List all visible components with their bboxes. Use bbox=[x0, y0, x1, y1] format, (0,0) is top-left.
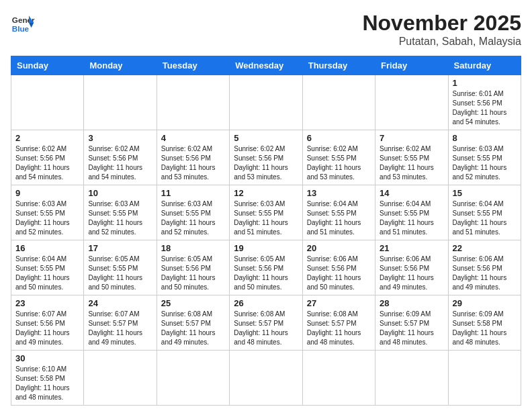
day-number: 18 bbox=[161, 243, 225, 253]
sunrise-text: Sunrise: 6:02 AM bbox=[380, 145, 431, 152]
calendar-cell: 26Sunrise: 6:08 AMSunset: 5:57 PMDayligh… bbox=[230, 295, 302, 351]
calendar-cell: 17Sunrise: 6:05 AMSunset: 5:55 PMDayligh… bbox=[84, 240, 157, 295]
sunrise-text: Sunrise: 6:02 AM bbox=[15, 145, 66, 152]
day-number: 2 bbox=[15, 133, 79, 143]
svg-marker-3 bbox=[29, 23, 34, 28]
sunset-text: Sunset: 5:55 PM bbox=[161, 210, 211, 217]
title-block: November 2025 Putatan, Sabah, Malaysia bbox=[362, 11, 521, 48]
day-number: 19 bbox=[234, 243, 298, 253]
day-info: Sunrise: 6:06 AMSunset: 5:56 PMDaylight:… bbox=[380, 255, 443, 292]
calendar-cell bbox=[157, 75, 229, 130]
day-info: Sunrise: 6:08 AMSunset: 5:57 PMDaylight:… bbox=[234, 310, 298, 347]
calendar-cell: 11Sunrise: 6:03 AMSunset: 5:55 PMDayligh… bbox=[157, 185, 229, 240]
daylight-text: Daylight: 11 hours and 49 minutes. bbox=[15, 329, 70, 346]
sunrise-text: Sunrise: 6:03 AM bbox=[88, 200, 139, 208]
daylight-text: Daylight: 11 hours and 48 minutes. bbox=[15, 384, 70, 401]
sunset-text: Sunset: 5:56 PM bbox=[453, 99, 502, 107]
sunset-text: Sunset: 5:55 PM bbox=[453, 154, 502, 162]
day-info: Sunrise: 6:05 AMSunset: 5:56 PMDaylight:… bbox=[234, 255, 298, 292]
location: Putatan, Sabah, Malaysia bbox=[362, 36, 521, 48]
sunset-text: Sunset: 5:56 PM bbox=[234, 265, 283, 272]
daylight-text: Daylight: 11 hours and 50 minutes. bbox=[15, 274, 70, 291]
sunset-text: Sunset: 5:57 PM bbox=[307, 320, 357, 327]
calendar-body: 1Sunrise: 6:01 AMSunset: 5:56 PMDaylight… bbox=[11, 75, 521, 406]
day-info: Sunrise: 6:04 AMSunset: 5:55 PMDaylight:… bbox=[380, 199, 443, 237]
day-info: Sunrise: 6:08 AMSunset: 5:57 PMDaylight:… bbox=[307, 310, 371, 347]
calendar-cell: 5Sunrise: 6:02 AMSunset: 5:56 PMDaylight… bbox=[230, 130, 302, 185]
daylight-text: Daylight: 11 hours and 52 minutes. bbox=[161, 219, 216, 236]
day-info: Sunrise: 6:09 AMSunset: 5:58 PMDaylight:… bbox=[453, 310, 517, 347]
day-number: 15 bbox=[453, 188, 517, 198]
sunrise-text: Sunrise: 6:03 AM bbox=[15, 200, 66, 208]
daylight-text: Daylight: 11 hours and 53 minutes. bbox=[234, 164, 288, 181]
day-info: Sunrise: 6:02 AMSunset: 5:56 PMDaylight:… bbox=[234, 144, 298, 182]
sunset-text: Sunset: 5:55 PM bbox=[15, 210, 65, 217]
sunset-text: Sunset: 5:56 PM bbox=[88, 154, 138, 162]
day-number: 8 bbox=[453, 133, 517, 143]
day-info: Sunrise: 6:03 AMSunset: 5:55 PMDaylight:… bbox=[15, 199, 79, 237]
daylight-text: Daylight: 11 hours and 53 minutes. bbox=[307, 164, 361, 181]
sunrise-text: Sunrise: 6:08 AM bbox=[234, 310, 285, 318]
col-header-monday: Monday bbox=[84, 56, 157, 75]
day-info: Sunrise: 6:04 AMSunset: 5:55 PMDaylight:… bbox=[15, 255, 79, 292]
day-info: Sunrise: 6:01 AMSunset: 5:56 PMDaylight:… bbox=[453, 89, 517, 127]
calendar-cell: 16Sunrise: 6:04 AMSunset: 5:55 PMDayligh… bbox=[11, 240, 84, 295]
daylight-text: Daylight: 11 hours and 51 minutes. bbox=[453, 219, 507, 236]
day-info: Sunrise: 6:04 AMSunset: 5:55 PMDaylight:… bbox=[307, 199, 371, 237]
sunrise-text: Sunrise: 6:01 AM bbox=[453, 90, 504, 97]
day-number: 14 bbox=[380, 188, 443, 198]
calendar-week-4: 23Sunrise: 6:07 AMSunset: 5:56 PMDayligh… bbox=[11, 295, 521, 351]
calendar-cell: 1Sunrise: 6:01 AMSunset: 5:56 PMDaylight… bbox=[448, 75, 521, 130]
sunrise-text: Sunrise: 6:04 AM bbox=[380, 200, 431, 208]
sunset-text: Sunset: 5:56 PM bbox=[307, 265, 357, 272]
calendar-cell: 27Sunrise: 6:08 AMSunset: 5:57 PMDayligh… bbox=[302, 295, 375, 351]
day-number: 1 bbox=[453, 78, 517, 88]
sunset-text: Sunset: 5:55 PM bbox=[88, 210, 138, 217]
daylight-text: Daylight: 11 hours and 50 minutes. bbox=[234, 274, 288, 291]
sunrise-text: Sunrise: 6:08 AM bbox=[307, 310, 358, 318]
day-number: 17 bbox=[88, 243, 152, 253]
sunset-text: Sunset: 5:56 PM bbox=[161, 265, 211, 272]
day-info: Sunrise: 6:02 AMSunset: 5:55 PMDaylight:… bbox=[380, 144, 443, 182]
sunset-text: Sunset: 5:55 PM bbox=[380, 210, 429, 217]
sunset-text: Sunset: 5:55 PM bbox=[15, 265, 65, 272]
day-number: 13 bbox=[307, 188, 371, 198]
daylight-text: Daylight: 11 hours and 51 minutes. bbox=[380, 219, 434, 236]
day-number: 28 bbox=[380, 298, 443, 308]
sunrise-text: Sunrise: 6:07 AM bbox=[15, 310, 66, 318]
day-number: 3 bbox=[88, 133, 152, 143]
daylight-text: Daylight: 11 hours and 49 minutes. bbox=[88, 329, 142, 346]
day-info: Sunrise: 6:02 AMSunset: 5:56 PMDaylight:… bbox=[15, 144, 79, 182]
sunset-text: Sunset: 5:57 PM bbox=[380, 320, 429, 327]
day-number: 5 bbox=[234, 133, 298, 143]
col-header-tuesday: Tuesday bbox=[157, 56, 229, 75]
day-number: 25 bbox=[161, 298, 225, 308]
daylight-text: Daylight: 11 hours and 54 minutes. bbox=[453, 109, 507, 126]
page-header: General Blue November 2025 Putatan, Saba… bbox=[11, 11, 521, 48]
calendar-header-row: SundayMondayTuesdayWednesdayThursdayFrid… bbox=[11, 56, 521, 75]
daylight-text: Daylight: 11 hours and 53 minutes. bbox=[380, 164, 434, 181]
col-header-thursday: Thursday bbox=[302, 56, 375, 75]
sunrise-text: Sunrise: 6:02 AM bbox=[234, 145, 285, 152]
calendar-cell: 24Sunrise: 6:07 AMSunset: 5:57 PMDayligh… bbox=[84, 295, 157, 351]
col-header-friday: Friday bbox=[375, 56, 448, 75]
svg-text:Blue: Blue bbox=[12, 24, 30, 33]
day-number: 23 bbox=[15, 298, 79, 308]
calendar-cell: 7Sunrise: 6:02 AMSunset: 5:55 PMDaylight… bbox=[375, 130, 448, 185]
calendar-week-1: 2Sunrise: 6:02 AMSunset: 5:56 PMDaylight… bbox=[11, 130, 521, 185]
daylight-text: Daylight: 11 hours and 49 minutes. bbox=[453, 274, 507, 291]
sunset-text: Sunset: 5:56 PM bbox=[15, 320, 65, 327]
day-info: Sunrise: 6:05 AMSunset: 5:56 PMDaylight:… bbox=[161, 255, 225, 292]
sunrise-text: Sunrise: 6:08 AM bbox=[161, 310, 212, 318]
daylight-text: Daylight: 11 hours and 49 minutes. bbox=[161, 329, 216, 346]
sunrise-text: Sunrise: 6:02 AM bbox=[161, 145, 212, 152]
day-info: Sunrise: 6:06 AMSunset: 5:56 PMDaylight:… bbox=[307, 255, 371, 292]
daylight-text: Daylight: 11 hours and 53 minutes. bbox=[161, 164, 216, 181]
sunrise-text: Sunrise: 6:05 AM bbox=[88, 255, 139, 263]
sunrise-text: Sunrise: 6:05 AM bbox=[161, 255, 212, 263]
sunrise-text: Sunrise: 6:03 AM bbox=[234, 200, 285, 208]
daylight-text: Daylight: 11 hours and 48 minutes. bbox=[307, 329, 361, 346]
daylight-text: Daylight: 11 hours and 50 minutes. bbox=[161, 274, 216, 291]
day-number: 16 bbox=[15, 243, 79, 253]
calendar-cell bbox=[157, 351, 229, 406]
